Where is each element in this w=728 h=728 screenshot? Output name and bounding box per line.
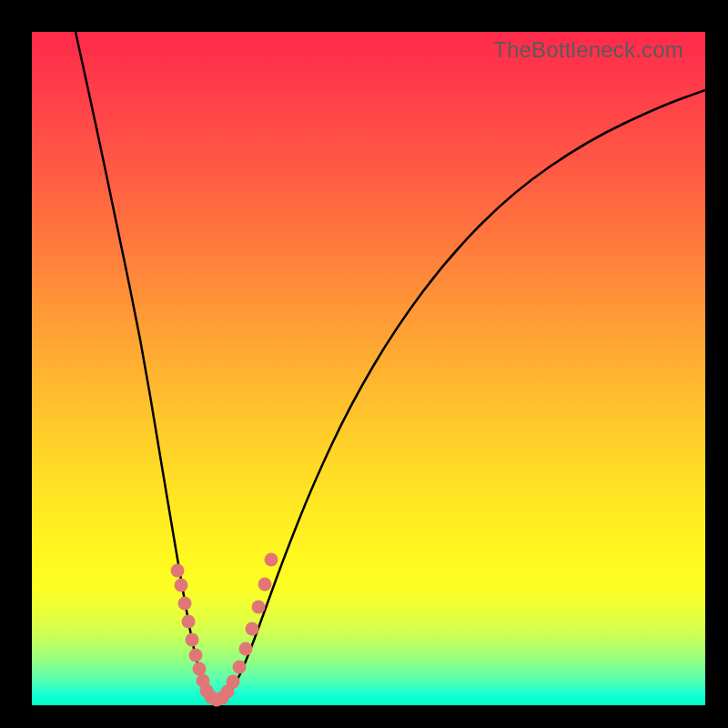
sample-dot — [186, 633, 199, 647]
sample-dot — [182, 615, 196, 629]
sample-dot — [239, 642, 253, 656]
sample-dot — [258, 578, 272, 592]
sample-dot — [193, 662, 207, 676]
outer-frame: TheBottleneck.com — [0, 0, 728, 728]
plot-area: TheBottleneck.com — [32, 32, 705, 705]
sample-dot — [178, 597, 192, 611]
sample-dot — [265, 553, 278, 567]
sample-dot — [227, 675, 240, 689]
sample-dots-group — [171, 553, 278, 707]
sample-dot — [246, 622, 259, 636]
sample-dot — [171, 564, 185, 578]
sample-dot — [175, 579, 188, 592]
chart-svg — [32, 32, 705, 705]
sample-dot — [252, 601, 266, 614]
bottleneck-curve — [76, 32, 705, 700]
sample-dot — [189, 649, 203, 662]
sample-dot — [233, 661, 247, 674]
